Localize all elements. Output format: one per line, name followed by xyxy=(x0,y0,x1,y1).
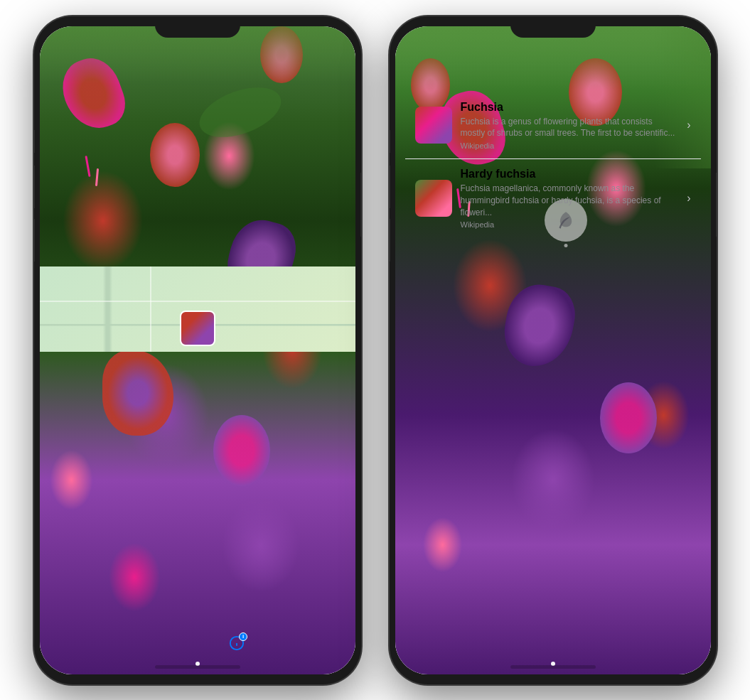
hardy-source: Wikipedia xyxy=(461,220,679,229)
fuchsia-chevron: › xyxy=(687,119,690,131)
fuchsia-desc: Fuchsia is a genus of flowering plants t… xyxy=(461,116,679,140)
left-phone: Add a Caption Look Up – Plant › xyxy=(34,16,361,684)
home-indicator xyxy=(155,665,240,669)
knowledge-item-hardy[interactable]: Hardy fuchsia Fuchsia magellanica, commo… xyxy=(405,159,701,237)
right-home-indicator xyxy=(510,665,596,669)
knowledge-card: Fuchsia Fuchsia is a genus of flowering … xyxy=(405,92,701,238)
hardy-chevron: › xyxy=(687,192,690,205)
fuchsia-thumbnail xyxy=(415,107,452,144)
hardy-name: Hardy fuchsia xyxy=(461,168,679,181)
map-thumbnail xyxy=(180,311,215,346)
hardy-thumbnail xyxy=(415,180,452,217)
right-phone: Results ✕ Siri Knowledge Show More xyxy=(390,16,717,684)
knowledge-item-fuchsia[interactable]: Fuchsia Fuchsia is a genus of flowering … xyxy=(405,92,701,160)
hardy-text: Hardy fuchsia Fuchsia magellanica, commo… xyxy=(461,168,679,229)
siri-dot xyxy=(564,244,567,247)
fuchsia-source: Wikipedia xyxy=(461,141,679,150)
hardy-desc: Fuchsia magellanica, commonly known as t… xyxy=(461,183,679,218)
fuchsia-name: Fuchsia xyxy=(461,101,679,114)
drag-handle[interactable] xyxy=(540,32,566,35)
right-screen: Results ✕ Siri Knowledge Show More xyxy=(395,26,711,674)
map-area[interactable] xyxy=(40,266,355,352)
left-screen: Add a Caption Look Up – Plant › xyxy=(40,26,355,674)
fuchsia-text: Fuchsia Fuchsia is a genus of flowering … xyxy=(461,101,679,151)
